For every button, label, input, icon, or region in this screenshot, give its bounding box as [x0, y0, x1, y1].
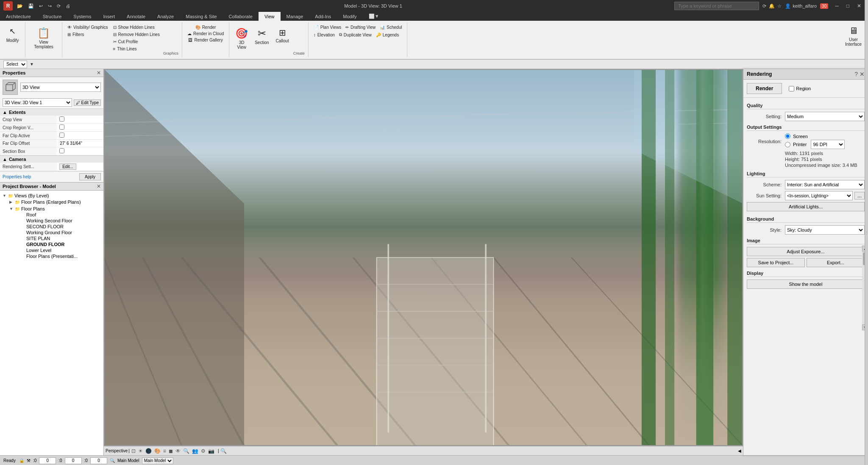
modify-btn[interactable]: ↖ Modify: [4, 24, 21, 44]
undo-btn[interactable]: ↩: [37, 3, 45, 10]
screen-radio[interactable]: [785, 133, 790, 139]
properties-help-link[interactable]: Properties help: [3, 174, 31, 179]
select-dropdown[interactable]: Select Modify: [3, 61, 27, 68]
section-btn[interactable]: ✂ Section: [252, 26, 271, 54]
tab-systems[interactable]: Systems: [67, 12, 97, 21]
lighting-scheme-dropdown[interactable]: Exterior: Sun Only Exterior: Sun and Art…: [785, 180, 865, 189]
section-box-checkbox[interactable]: [59, 148, 64, 153]
tab-view[interactable]: View: [259, 12, 281, 21]
view-templates-btn[interactable]: 📋 ViewTemplates: [29, 24, 58, 52]
sync-btn[interactable]: ⟳: [55, 3, 62, 10]
3d-view-btn[interactable]: 🎯 3DView: [233, 26, 250, 54]
sun-settings-btn[interactable]: ...: [854, 192, 865, 199]
quality-setting-dropdown[interactable]: Draft Low Medium High Best Custom: [785, 112, 865, 121]
z-coord-input[interactable]: [90, 457, 107, 464]
edit-type-btn[interactable]: 🖊 Edit Type: [74, 100, 101, 106]
floor-plans-row[interactable]: ▼ 📁 Floor Plans: [8, 206, 102, 212]
tab-architecture[interactable]: Architecture: [0, 12, 37, 21]
tab-manage[interactable]: Manage: [281, 12, 309, 21]
save-btn[interactable]: 💾: [26, 3, 36, 10]
keyword-search[interactable]: [674, 2, 759, 10]
artificial-lights-btn[interactable]: Artificial Lights...: [747, 202, 865, 211]
close-btn[interactable]: ✕: [854, 2, 865, 10]
properties-close-btn[interactable]: ✕: [97, 70, 101, 76]
background-style-dropdown[interactable]: Sky: Few Clouds Sky: Cloudy Sky: Overcas…: [785, 225, 865, 235]
reveal-hidden-toggle[interactable]: 🔍: [182, 448, 190, 454]
x-coord-input[interactable]: [39, 457, 56, 464]
filters-btn[interactable]: ⊞ Filters: [66, 31, 110, 38]
render-action-btn[interactable]: Render: [747, 83, 782, 94]
save-to-project-btn[interactable]: Save to Project...: [747, 258, 805, 267]
camera-collapse-icon[interactable]: ▲: [3, 157, 7, 162]
y-coord-input[interactable]: [65, 457, 82, 464]
worksharing-toggle[interactable]: 👥: [191, 448, 199, 454]
render-btn-ribbon[interactable]: 🎨 Render: [194, 24, 218, 30]
crop-region-toggle[interactable]: ⊡: [131, 448, 136, 454]
tree-item-working-second[interactable]: Working Second Floor: [15, 218, 102, 224]
tree-views-row[interactable]: ▼ 📁 Views (By Level): [2, 193, 102, 199]
print-btn[interactable]: 🖨: [64, 3, 72, 9]
remove-hidden-lines-btn[interactable]: ⊟ Remove Hidden Lines: [111, 31, 161, 38]
redo-btn[interactable]: ↪: [46, 3, 53, 10]
tab-context[interactable]: ⬜▼: [363, 12, 385, 21]
thin-lines-btn[interactable]: ≡ Thin Lines: [111, 46, 161, 52]
view-name-dropdown[interactable]: 3D View: 3D View 1: [3, 98, 72, 107]
show-model-btn[interactable]: Show the model: [747, 280, 865, 289]
duplicate-view-btn[interactable]: ⧉ Duplicate View: [337, 31, 373, 38]
camera-nav-btn[interactable]: 📷: [207, 448, 215, 454]
shadow-toggle[interactable]: 🌑: [145, 448, 153, 454]
project-browser-close-btn[interactable]: ✕: [97, 183, 101, 189]
sun-path-toggle[interactable]: ☀: [137, 448, 144, 454]
render-gallery-btn[interactable]: 🖼 Render Gallery: [186, 37, 224, 43]
tab-collaborate[interactable]: Collaborate: [223, 12, 259, 21]
rp-close-btn[interactable]: ✕: [860, 71, 865, 78]
view-properties-btn[interactable]: ⚙: [200, 448, 206, 454]
rp-help-btn[interactable]: ?: [854, 71, 858, 78]
export-btn[interactable]: Export...: [807, 258, 865, 267]
render-mode-toggle[interactable]: 🎨: [153, 448, 161, 454]
star-icon[interactable]: ☆: [777, 3, 782, 9]
elevation-btn[interactable]: ↕ Elevation: [312, 32, 337, 38]
tab-insert[interactable]: Insert: [97, 12, 121, 21]
tab-modify[interactable]: Modify: [337, 12, 362, 21]
crop-region-checkbox[interactable]: [59, 125, 64, 130]
open-btn[interactable]: 📂: [15, 3, 25, 10]
sun-setting-dropdown[interactable]: <In-session, Lighting>: [785, 191, 853, 200]
region-checkbox[interactable]: [789, 86, 794, 91]
plan-views-btn[interactable]: 📄 Plan Views: [312, 24, 343, 30]
legends-btn[interactable]: 🔑 Legends: [374, 32, 401, 38]
render-cloud-btn[interactable]: ☁ Render in Cloud: [186, 30, 225, 37]
maximize-btn[interactable]: □: [843, 2, 853, 10]
visual-style-toggle[interactable]: ◼: [168, 448, 174, 454]
minimize-btn[interactable]: ─: [832, 2, 842, 10]
sync-icon[interactable]: ⟳: [762, 3, 766, 9]
floor-plans-enlarged-row[interactable]: ▶ 📁 Floor Plans (Enlarged Plans): [8, 199, 102, 205]
dpi-dropdown[interactable]: 72 DPI 96 DPI 150 DPI 300 DPI: [811, 140, 845, 149]
properties-apply-btn[interactable]: Apply: [79, 173, 101, 180]
tree-item-site-plan[interactable]: SITE PLAN: [15, 235, 102, 241]
extents-collapse-icon[interactable]: ▲: [3, 110, 7, 115]
tree-item-lower-level[interactable]: Lower Level: [15, 247, 102, 253]
tree-item-ground-floor[interactable]: GROUND FLOOR: [15, 241, 102, 247]
tree-item-second-floor[interactable]: SECOND FLOOR: [15, 224, 102, 230]
type-name-dropdown[interactable]: 3D View: [20, 83, 101, 92]
show-hidden-lines-btn[interactable]: ⊡ Show Hidden Lines: [111, 24, 161, 30]
tab-annotate[interactable]: Annotate: [121, 12, 151, 21]
printer-radio[interactable]: [785, 142, 790, 147]
adjust-exposure-btn[interactable]: Adjust Exposure...: [747, 247, 865, 256]
tab-addins[interactable]: Add-Ins: [309, 12, 337, 21]
callout-btn[interactable]: ⊞ Callout: [273, 26, 292, 54]
visibility-graphics-btn[interactable]: 👁 Visibility/ Graphics: [66, 24, 110, 30]
temp-hide-toggle[interactable]: 👁: [175, 448, 181, 454]
tab-massing[interactable]: Massing & Site: [180, 12, 223, 21]
model-selector[interactable]: Main Model: [142, 457, 173, 464]
revit-logo[interactable]: R: [3, 1, 13, 11]
tab-structure[interactable]: Structure: [37, 12, 68, 21]
zoom-out-btn[interactable]: 🔍: [220, 448, 228, 454]
user-interface-btn[interactable]: 🖥 UserInterface: [843, 24, 864, 52]
panel-resize-handle[interactable]: ⋮: [865, 0, 868, 465]
drafting-view-btn[interactable]: ✏ Drafting View: [344, 24, 377, 30]
far-clip-active-checkbox[interactable]: [59, 133, 64, 138]
bell-icon[interactable]: 🔔: [769, 3, 775, 9]
tree-item-roof[interactable]: Roof: [15, 212, 102, 218]
